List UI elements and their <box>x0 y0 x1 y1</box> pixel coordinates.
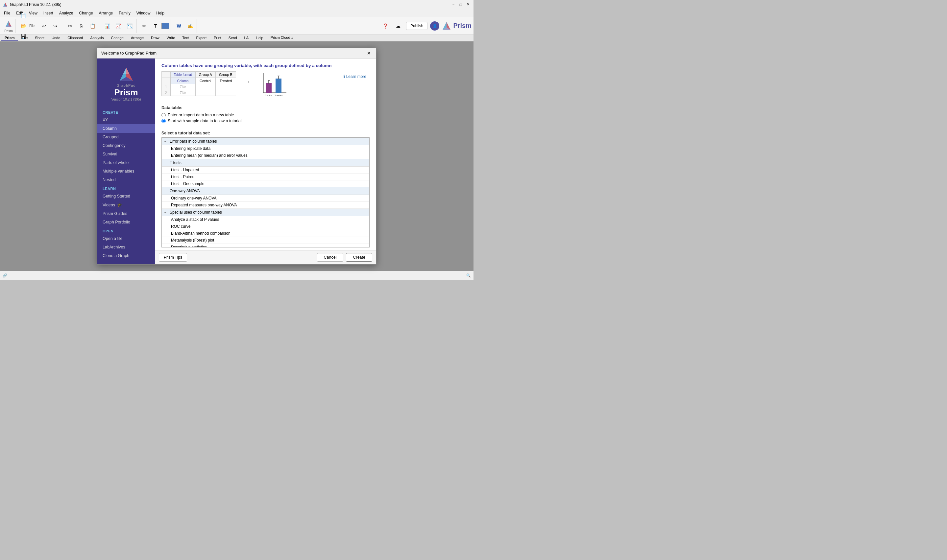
sidebar-item-xy[interactable]: XY <box>97 116 155 124</box>
tree-group-t-tests-label: T tests <box>170 160 182 165</box>
word-button[interactable]: W <box>174 21 184 31</box>
graduation-icon: 🎓 <box>117 202 122 208</box>
tree-item-entering-mean[interactable]: Entering mean (or median) and error valu… <box>162 152 369 159</box>
radio-tutorial-input[interactable] <box>162 119 166 123</box>
ribbon-tab-help[interactable]: Help <box>253 35 267 41</box>
sidebar-item-survival[interactable]: Survival <box>97 150 155 158</box>
ribbon-tab-prism[interactable]: Prism <box>1 35 18 41</box>
draw-button[interactable]: ✏ <box>139 21 149 31</box>
menu-arrange[interactable]: Arrange <box>96 10 116 16</box>
title-bar-text: GraphPad Prism 10.2.1 (395) <box>10 2 62 7</box>
sidebar-item-nested[interactable]: Nested <box>97 175 155 184</box>
results-button[interactable]: 📈 <box>113 21 124 31</box>
publish-button[interactable]: Publish <box>406 22 428 30</box>
tree-item-repeated-anova[interactable]: Repeated measures one-way ANOVA <box>162 202 369 209</box>
collapse-icon-t-tests: − <box>165 161 168 165</box>
undo-button[interactable]: ↩ <box>39 21 49 31</box>
ribbon-tab-sheet[interactable]: Sheet <box>32 35 48 41</box>
ribbon-tab-clipboard[interactable]: Clipboard <box>64 35 86 41</box>
help-button[interactable]: ❓ <box>380 21 390 31</box>
ribbon-tab-print[interactable]: Print <box>211 35 225 41</box>
minimize-button[interactable]: − <box>451 2 456 8</box>
cut-button[interactable]: ✂ <box>65 21 75 31</box>
tree-item-roc[interactable]: ROC curve <box>162 223 369 230</box>
sidebar-item-graph-portfolio[interactable]: Graph Portfolio <box>97 218 155 226</box>
sidebar-item-getting-started[interactable]: Getting Started <box>97 192 155 200</box>
radio-new-option[interactable]: Enter or import data into a new table <box>162 113 370 117</box>
menu-insert[interactable]: Insert <box>41 10 56 16</box>
tree-item-ordinary-anova[interactable]: Ordinary one-way ANOVA <box>162 195 369 202</box>
menu-help[interactable]: Help <box>154 10 167 16</box>
tree-item-bland-altman[interactable]: Bland-Altman method comparison <box>162 230 369 237</box>
analyze-button[interactable]: 📊 <box>102 21 112 31</box>
learn-more-link[interactable]: ℹ Learn more <box>343 74 366 79</box>
ribbon-tab-draw[interactable]: Draw <box>148 35 163 41</box>
tree-group-special[interactable]: − Special uses of column tables <box>162 209 369 216</box>
column-description: Column tables have one grouping variable… <box>155 58 376 102</box>
maximize-button[interactable]: □ <box>458 2 463 8</box>
sidebar-item-videos[interactable]: Videos 🎓 <box>97 200 155 209</box>
menu-analyze[interactable]: Analyze <box>57 10 76 16</box>
ribbon-tab-write[interactable]: Write <box>163 35 178 41</box>
ribbon-tab-text[interactable]: Text <box>179 35 192 41</box>
sidebar-item-prism-guides[interactable]: Prism Guides <box>97 209 155 218</box>
toolbar-right: ❓ ☁ Publish 👤 Prism <box>380 21 471 31</box>
ribbon-tab-undo[interactable]: Undo <box>48 35 63 41</box>
sidebar-item-column[interactable]: Column <box>97 124 155 133</box>
sidebar-item-multiple-variables[interactable]: Multiple variables <box>97 167 155 175</box>
menu-window[interactable]: Window <box>134 10 153 16</box>
ribbon-tab-arrange[interactable]: Arrange <box>128 35 147 41</box>
menu-family[interactable]: Family <box>116 10 133 16</box>
bar-chart-container: Control Treated <box>259 71 288 98</box>
ribbon-tab-analysis[interactable]: Analysis <box>87 35 107 41</box>
sidebar-item-grouped[interactable]: Grouped <box>97 133 155 141</box>
copy-button[interactable]: ⎘ <box>76 21 86 31</box>
write-button[interactable]: ✍ <box>185 21 195 31</box>
tutorial-tree[interactable]: − Error bars in column tables Entering r… <box>162 137 370 248</box>
ribbon-tab-send[interactable]: Send <box>225 35 240 41</box>
open-button[interactable]: 📂 <box>18 21 29 31</box>
close-button[interactable]: ✕ <box>465 2 471 8</box>
tree-item-descriptive[interactable]: Descriptive statistics <box>162 244 369 248</box>
sidebar-item-clone-graph[interactable]: Clone a Graph <box>97 251 155 260</box>
toolbar-analysis-section: 📊 📈 📉 <box>101 19 137 33</box>
tree-item-t-unpaired[interactable]: t test - Unpaired <box>162 167 369 174</box>
menu-file[interactable]: File <box>1 10 13 16</box>
tree-item-p-values[interactable]: Analyze a stack of P values <box>162 216 369 223</box>
prism-tips-button[interactable]: Prism Tips <box>159 253 187 262</box>
paste-button[interactable]: 📋 <box>87 21 98 31</box>
tree-group-error-bars[interactable]: − Error bars in column tables <box>162 138 369 145</box>
tree-group-t-tests[interactable]: − T tests <box>162 159 369 167</box>
radio-new-input[interactable] <box>162 113 166 117</box>
cloud-button[interactable]: ☁ <box>393 21 403 31</box>
ribbon-tab-export[interactable]: Export <box>193 35 210 41</box>
sidebar-item-parts-of-whole[interactable]: Parts of whole <box>97 158 155 167</box>
dialog-close-button[interactable]: ✕ <box>366 50 372 57</box>
tree-item-metanalysis[interactable]: Metanalysis (Forest) plot <box>162 237 369 244</box>
sidebar-item-labarchives[interactable]: LabArchives <box>97 243 155 251</box>
group-a-header: Group A <box>195 72 216 78</box>
new-button[interactable]: 📄 <box>18 10 29 21</box>
color-swatch[interactable] <box>162 23 169 29</box>
menu-change[interactable]: Change <box>77 10 96 16</box>
radio-tutorial-option[interactable]: Start with sample data to follow a tutor… <box>162 118 370 123</box>
redo-button[interactable]: ↪ <box>50 21 60 31</box>
tree-group-anova[interactable]: − One-way ANOVA <box>162 187 369 195</box>
sidebar-item-contingency[interactable]: Contingency <box>97 141 155 150</box>
ribbon-tab-prism-cloud[interactable]: Prism Cloud ℹ <box>267 35 296 41</box>
toolbar-write-section: W ✍ <box>172 19 197 33</box>
prism-home-button[interactable] <box>3 19 14 29</box>
ribbon-tab-file[interactable]: File <box>19 35 31 41</box>
ribbon-tab-la[interactable]: LA <box>241 35 252 41</box>
tree-item-t-one-sample[interactable]: t test - One sample <box>162 180 369 187</box>
graph-button[interactable]: 📉 <box>124 21 135 31</box>
user-avatar[interactable]: 👤 <box>430 22 439 31</box>
cancel-button[interactable]: Cancel <box>317 253 343 262</box>
ribbon-tab-change[interactable]: Change <box>108 35 127 41</box>
create-button[interactable]: Create <box>346 253 372 262</box>
tree-item-t-paired[interactable]: t test - Paired <box>162 174 369 180</box>
prism-logo-icon <box>442 22 451 31</box>
text-button[interactable]: T <box>150 21 161 31</box>
tree-item-entering-replicate[interactable]: Entering replicate data <box>162 145 369 152</box>
sidebar-item-open-file[interactable]: Open a file <box>97 234 155 243</box>
